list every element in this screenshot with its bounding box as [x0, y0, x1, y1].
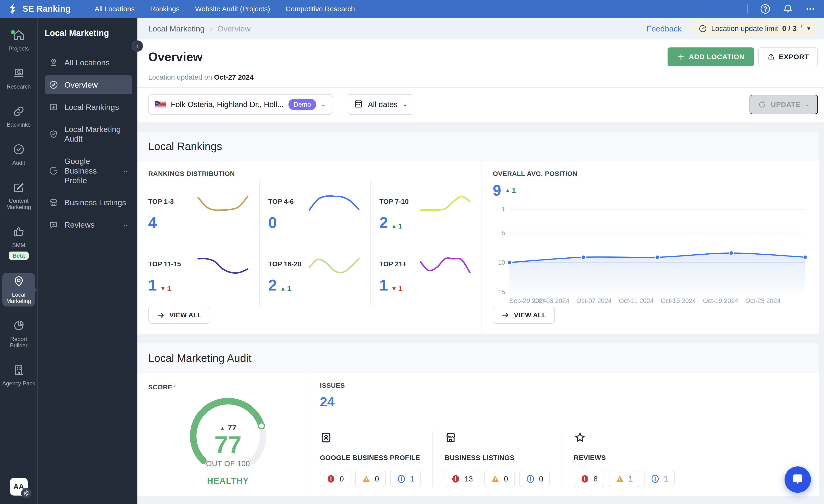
- user-avatar[interactable]: AA: [10, 478, 28, 496]
- rank-card-top-1-3: TOP 1-3 4: [148, 181, 259, 243]
- settings-gear-icon[interactable]: [21, 488, 31, 498]
- us-flag-icon: [155, 101, 166, 108]
- svg-text:Oct-23 2024: Oct-23 2024: [745, 297, 781, 304]
- notices-badge[interactable]: 1: [644, 471, 675, 487]
- main-content: Local Marketing › Overview Feedback Loca…: [137, 18, 824, 504]
- location-update-limit-pill[interactable]: Location update limit 0 / 3 i ▼: [692, 21, 818, 36]
- sidebar-item-overview[interactable]: Overview: [44, 75, 132, 94]
- chevron-down-icon[interactable]: ⌄: [123, 168, 128, 174]
- help-icon[interactable]: [760, 4, 770, 14]
- errors-badge[interactable]: 0: [320, 471, 350, 487]
- rankings-view-all-button[interactable]: VIEW ALL: [148, 307, 210, 324]
- rail-item-content-marketing[interactable]: Content Marketing: [2, 179, 35, 213]
- sidebar-item-business-listings[interactable]: Business Listings: [44, 193, 132, 212]
- issues-category-reviews: REVIEWS 8 1: [561, 431, 686, 487]
- calendar-icon: [354, 99, 363, 110]
- warning-icon: [491, 475, 500, 483]
- rankings-distribution-label: RANKINGS DISTRIBUTION: [148, 170, 482, 178]
- sidebar-item-local-rankings[interactable]: Local Rankings: [44, 98, 132, 117]
- svg-text:Oct-07 2024: Oct-07 2024: [577, 297, 612, 304]
- page-header: Overview ADD LOCATION EXPORT Location up…: [137, 39, 824, 88]
- date-range-selector[interactable]: All dates ⌄: [347, 94, 414, 115]
- location-name: Folk Osteria, Highland Dr., Holl...: [171, 100, 284, 109]
- notices-badge[interactable]: 0: [519, 471, 550, 487]
- score-status: HEALTHY: [184, 476, 273, 486]
- chevron-down-icon: ⌄: [805, 102, 810, 108]
- issues-value: 24: [320, 394, 819, 409]
- warning-icon: [615, 475, 624, 483]
- star-icon: [574, 440, 586, 444]
- notice-icon: [526, 475, 535, 483]
- chevron-down-icon: ⌄: [321, 102, 326, 108]
- sidebar-item-local-marketing-audit[interactable]: Local Marketing Audit: [44, 120, 132, 148]
- update-button[interactable]: UPDATE ⌄: [749, 95, 818, 114]
- location-selector[interactable]: Folk Osteria, Highland Dr., Holl... Demo…: [148, 94, 333, 115]
- audit-check-icon: [13, 143, 25, 157]
- svg-text:Oct-19 2024: Oct-19 2024: [703, 297, 738, 304]
- warnings-badge[interactable]: 1: [609, 471, 639, 487]
- divider: [340, 95, 340, 114]
- rail-item-agency-pack[interactable]: Agency Pack: [2, 362, 35, 389]
- storefront-icon: [49, 198, 58, 207]
- rail-item-backlinks[interactable]: Backlinks: [2, 103, 35, 130]
- pie-chart-icon: [13, 320, 25, 333]
- sidebar-collapse-button[interactable]: ‹: [132, 40, 143, 52]
- content-marketing-icon: [13, 181, 25, 195]
- review-bubble-icon: [49, 220, 58, 230]
- chat-bubble-icon: [791, 473, 805, 486]
- svg-text:10: 10: [498, 259, 505, 266]
- notification-dot: [11, 30, 15, 34]
- nav-competitive-research[interactable]: Competitive Research: [286, 5, 355, 13]
- brand-name: SE Ranking: [22, 4, 71, 14]
- breadcrumb-local-marketing[interactable]: Local Marketing: [148, 24, 205, 33]
- rank-card-top-21-plus: TOP 21+ 1 ▼1: [371, 243, 482, 305]
- home-icon: [13, 29, 25, 42]
- svg-text:Oct-03 2024: Oct-03 2024: [534, 297, 570, 304]
- audit-issues-panel: ISSUES 24 GOOGLE BUSINESS PROFILE: [308, 373, 819, 496]
- date-range-value: All dates: [368, 100, 398, 109]
- delta-down: ▼1: [160, 285, 171, 293]
- breadcrumb-bar: Local Marketing › Overview Feedback Loca…: [137, 18, 824, 39]
- feedback-link[interactable]: Feedback: [646, 24, 682, 33]
- avg-position-value: 9: [493, 182, 501, 199]
- errors-badge[interactable]: 8: [574, 471, 604, 487]
- compass-icon: [49, 80, 58, 90]
- nav-all-locations[interactable]: All Locations: [95, 5, 134, 13]
- location-updated-line: Location updated on Oct-27 2024: [148, 73, 818, 81]
- rail-item-report-builder[interactable]: Report Builder: [2, 317, 35, 351]
- add-location-button[interactable]: ADD LOCATION: [667, 47, 754, 66]
- sparkline-top-21-plus: [418, 257, 472, 275]
- beta-badge: Beta: [9, 251, 28, 260]
- svg-text:15: 15: [498, 288, 505, 296]
- rail-item-research[interactable]: Research: [2, 65, 35, 92]
- delta-down: ▼1: [391, 285, 402, 293]
- sidebar-item-google-business-profile[interactable]: Google Business Profile ⌄: [44, 152, 132, 190]
- rail-item-audit[interactable]: Audit: [2, 141, 35, 168]
- local-rankings-title: Local Rankings: [148, 140, 809, 153]
- nav-website-audit[interactable]: Website Audit (Projects): [195, 5, 270, 13]
- score-value: 77: [184, 432, 273, 458]
- more-menu-icon[interactable]: [805, 4, 816, 14]
- page-title: Overview: [148, 50, 202, 64]
- sidebar-item-all-locations[interactable]: All Locations: [44, 53, 132, 72]
- rail-item-local-marketing[interactable]: Local Marketing: [2, 273, 35, 306]
- brand[interactable]: SE Ranking: [8, 4, 71, 14]
- export-button[interactable]: EXPORT: [758, 47, 818, 66]
- errors-badge[interactable]: 13: [445, 471, 480, 487]
- notices-badge[interactable]: 1: [390, 471, 421, 487]
- chevron-down-icon[interactable]: ⌄: [123, 222, 128, 228]
- sidebar-item-reviews[interactable]: Reviews ⌄: [44, 215, 132, 234]
- notifications-bell-icon[interactable]: [783, 4, 793, 14]
- chat-widget-button[interactable]: [785, 467, 811, 493]
- rank-card-top-4-6: TOP 4-6 0: [259, 181, 371, 243]
- avg-position-view-all-button[interactable]: VIEW ALL: [493, 307, 555, 324]
- rail-item-projects[interactable]: Projects: [2, 27, 35, 54]
- warnings-badge[interactable]: 0: [484, 471, 515, 487]
- map-pin-icon: [13, 275, 25, 289]
- breadcrumb-overview: Overview: [217, 24, 250, 33]
- warnings-badge[interactable]: 0: [355, 471, 386, 487]
- location-pin-icon: [49, 58, 58, 67]
- rail-item-smm[interactable]: SMM Beta: [2, 223, 35, 262]
- nav-rankings[interactable]: Rankings: [150, 5, 180, 13]
- error-icon: [326, 475, 335, 483]
